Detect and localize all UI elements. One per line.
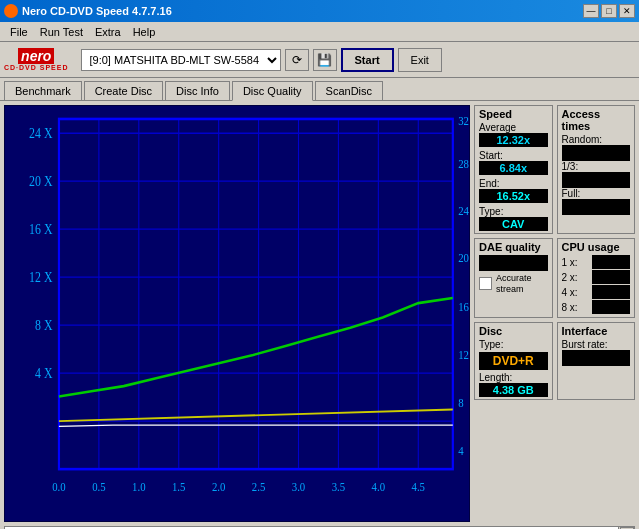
title-controls[interactable]: — □ ✕ [583, 4, 635, 18]
tab-benchmark[interactable]: Benchmark [4, 81, 82, 100]
svg-text:24 X: 24 X [29, 125, 53, 141]
nero-logo: nero [18, 48, 54, 64]
cpu-8x-value [592, 300, 630, 314]
exit-button[interactable]: Exit [398, 48, 442, 72]
disc-type-title: Disc [479, 325, 548, 337]
cpu-4x-value [592, 285, 630, 299]
toolbar: nero CD·DVD SPEED [9:0] MATSHITA BD-MLT … [0, 42, 639, 78]
svg-text:3.5: 3.5 [332, 479, 346, 494]
minimize-button[interactable]: — [583, 4, 599, 18]
svg-text:16 X: 16 X [29, 221, 53, 237]
start-label: Start: [479, 150, 548, 161]
svg-text:4.0: 4.0 [372, 479, 386, 494]
disc-type-value: DVD+R [479, 352, 548, 370]
svg-text:8: 8 [458, 395, 463, 410]
interface-title: Interface [562, 325, 631, 337]
cpu-2x-row: 2 x: [562, 270, 631, 284]
drive-selector[interactable]: [9:0] MATSHITA BD-MLT SW-5584 1.01 [81, 49, 281, 71]
right-panel: Speed Average 12.32x Start: 6.84x End: 1… [474, 101, 639, 526]
tab-bar: Benchmark Create Disc Disc Info Disc Qua… [0, 78, 639, 101]
third-value [562, 172, 631, 188]
accurate-stream-label: Accuratestream [496, 273, 532, 295]
main-content: 24 X 20 X 16 X 12 X 8 X 4 X 32 28 24 20 … [0, 101, 639, 526]
cpu-2x-label: 2 x: [562, 272, 578, 283]
dae-panel: DAE quality Accuratestream [474, 238, 553, 318]
cdspeed-logo: CD·DVD SPEED [4, 64, 69, 71]
full-label: Full: [562, 188, 631, 199]
menu-help[interactable]: Help [127, 24, 162, 40]
svg-text:2.5: 2.5 [252, 479, 266, 494]
svg-rect-0 [5, 106, 469, 521]
close-button[interactable]: ✕ [619, 4, 635, 18]
cpu-8x-row: 8 x: [562, 300, 631, 314]
tab-disc-info[interactable]: Disc Info [165, 81, 230, 100]
access-times-title: Access times [562, 108, 631, 132]
random-label: Random: [562, 134, 631, 145]
type-label: Type: [479, 206, 548, 217]
svg-text:1.5: 1.5 [172, 479, 186, 494]
disc-length-label: Length: [479, 372, 548, 383]
full-value [562, 199, 631, 215]
cpu-1x-label: 1 x: [562, 257, 578, 268]
dae-value [479, 255, 548, 271]
svg-text:2.0: 2.0 [212, 479, 226, 494]
save-button[interactable]: 💾 [313, 49, 337, 71]
svg-text:20 X: 20 X [29, 173, 53, 189]
speed-panel: Speed Average 12.32x Start: 6.84x End: 1… [474, 105, 553, 234]
svg-text:0.0: 0.0 [52, 479, 66, 494]
tab-scandisc[interactable]: ScanDisc [315, 81, 383, 100]
svg-text:4 X: 4 X [35, 365, 53, 381]
svg-text:28: 28 [458, 156, 469, 171]
svg-text:0.5: 0.5 [92, 479, 106, 494]
menu-run-test[interactable]: Run Test [34, 24, 89, 40]
svg-text:20: 20 [458, 250, 469, 265]
cpu-4x-label: 4 x: [562, 287, 578, 298]
type-value: CAV [479, 217, 548, 231]
tab-create-disc[interactable]: Create Disc [84, 81, 163, 100]
end-value: 16.52x [479, 189, 548, 203]
burst-rate-value [562, 350, 631, 366]
menu-bar: File Run Test Extra Help [0, 22, 639, 42]
svg-text:12: 12 [458, 347, 469, 362]
disc-length-value: 4.38 GB [479, 383, 548, 397]
speed-title: Speed [479, 108, 548, 120]
accurate-stream-row: Accuratestream [479, 273, 548, 295]
cpu-title: CPU usage [562, 241, 631, 253]
accurate-stream-checkbox[interactable] [479, 277, 492, 290]
cpu-2x-value [592, 270, 630, 284]
cpu-1x-row: 1 x: [562, 255, 631, 269]
disc-type-sub-label: Type: [479, 339, 548, 350]
end-label: End: [479, 178, 548, 189]
maximize-button[interactable]: □ [601, 4, 617, 18]
dae-title: DAE quality [479, 241, 548, 253]
svg-text:8 X: 8 X [35, 317, 53, 333]
refresh-button[interactable]: ⟳ [285, 49, 309, 71]
cpu-1x-value [592, 255, 630, 269]
cpu-8x-label: 8 x: [562, 302, 578, 313]
menu-file[interactable]: File [4, 24, 34, 40]
chart-inner: 24 X 20 X 16 X 12 X 8 X 4 X 32 28 24 20 … [5, 106, 469, 521]
tab-disc-quality[interactable]: Disc Quality [232, 81, 313, 101]
average-value: 12.32x [479, 133, 548, 147]
app-icon [4, 4, 18, 18]
svg-text:4: 4 [458, 443, 463, 458]
cpu-panel: CPU usage 1 x: 2 x: 4 x: 8 x: [557, 238, 636, 318]
average-label: Average [479, 122, 548, 133]
disc-type-panel: Disc Type: DVD+R Length: 4.38 GB [474, 322, 553, 400]
title-bar: Nero CD-DVD Speed 4.7.7.16 — □ ✕ [0, 0, 639, 22]
chart-container: 24 X 20 X 16 X 12 X 8 X 4 X 32 28 24 20 … [4, 105, 470, 522]
svg-text:24: 24 [458, 203, 469, 218]
start-value: 6.84x [479, 161, 548, 175]
cpu-4x-row: 4 x: [562, 285, 631, 299]
access-times-panel: Access times Random: 1/3: Full: [557, 105, 636, 234]
start-button[interactable]: Start [341, 48, 394, 72]
random-value [562, 145, 631, 161]
svg-text:3.0: 3.0 [292, 479, 306, 494]
third-label: 1/3: [562, 161, 631, 172]
svg-text:4.5: 4.5 [412, 479, 426, 494]
svg-text:1.0: 1.0 [132, 479, 146, 494]
menu-extra[interactable]: Extra [89, 24, 127, 40]
title-bar-left: Nero CD-DVD Speed 4.7.7.16 [4, 4, 172, 18]
svg-text:32: 32 [458, 113, 469, 128]
app-logo: nero CD·DVD SPEED [4, 48, 69, 71]
